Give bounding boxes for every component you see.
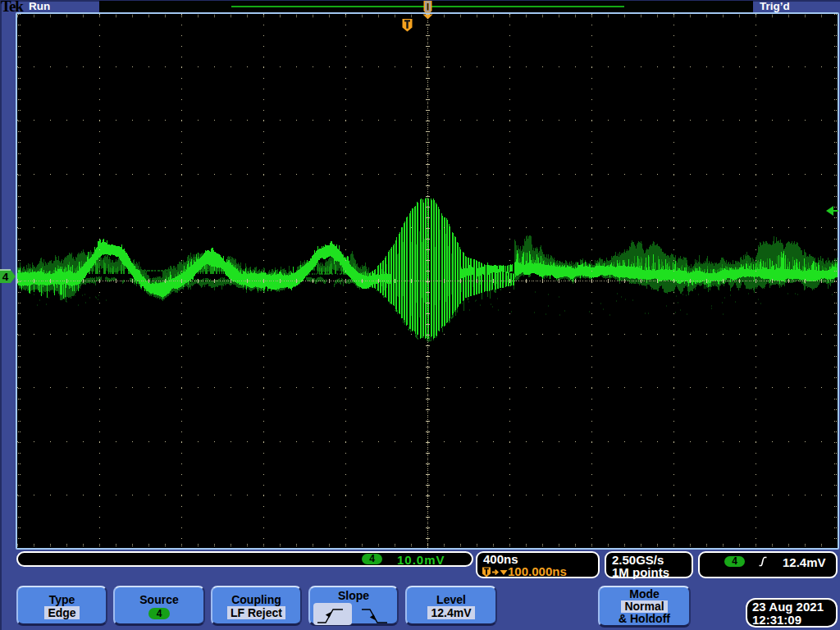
svg-text:4: 4	[2, 271, 9, 283]
